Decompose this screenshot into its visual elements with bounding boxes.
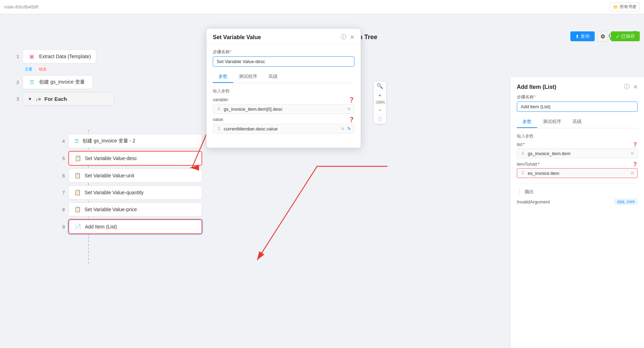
sub-label-4: 创建 gs_invoice 变量 - 2 bbox=[82, 138, 135, 144]
dialog-header-icons: ⓘ ✕ bbox=[341, 33, 354, 41]
section-input-params: 输入参数 bbox=[213, 88, 354, 94]
sub-clipboard-icon-5: 📋 bbox=[75, 155, 81, 161]
variable-param-value: gs_invoice_item.item[0].desc bbox=[224, 106, 345, 112]
item-param-label: itemToAdd:* ❓ bbox=[517, 162, 638, 167]
dialog-info-icon[interactable]: ⓘ bbox=[341, 33, 346, 41]
sub-num-4: 4 bbox=[56, 139, 65, 144]
sub-num-5: 5 bbox=[56, 156, 65, 161]
value-edit-icon[interactable]: ✎ bbox=[347, 126, 351, 132]
sub-num-9: 9 bbox=[56, 224, 65, 230]
foreach-container: 4 ☰ 创建 gs_invoice 变量 - 2 5 📋 Set Variabl… bbox=[56, 134, 247, 237]
wf-label-1: Extract Data (Template) bbox=[39, 54, 91, 59]
list-param-row: 4 gs_invoice_item.item ✕ bbox=[517, 148, 638, 158]
variable-help-icon[interactable]: ❓ bbox=[348, 97, 354, 103]
sub-num-7: 7 bbox=[56, 190, 65, 195]
wf-num-1: 1 bbox=[11, 54, 19, 59]
tab-advanced[interactable]: 高级 bbox=[263, 71, 283, 83]
zoom-info-right[interactable]: ⓘ bbox=[374, 115, 385, 124]
sub-card-6[interactable]: 📋 Set Variable Value-unit bbox=[68, 169, 202, 183]
sub-label-7: Set Variable Value-quantity bbox=[85, 190, 144, 195]
panel-title: Add Item (List) bbox=[517, 84, 556, 90]
sub-card-4[interactable]: ☰ 创建 gs_invoice 变量 - 2 bbox=[68, 134, 202, 148]
sub-item-5: 5 📋 Set Variable Value-desc bbox=[56, 151, 247, 166]
workflow-item-3: 3 ▼ ↓≡ For Each bbox=[11, 92, 123, 106]
zoom-plus-right[interactable]: + bbox=[374, 91, 385, 100]
chevron-down-icon: ▼ bbox=[28, 97, 32, 102]
value-clear-icon[interactable]: ✕ bbox=[341, 126, 345, 132]
list-label: list:* bbox=[517, 142, 525, 147]
dialog-close-icon[interactable]: ✕ bbox=[350, 34, 354, 41]
variable-clear-icon[interactable]: ✕ bbox=[347, 106, 351, 112]
step-name-input[interactable] bbox=[213, 56, 354, 67]
sub-card-5[interactable]: 📋 Set Variable Value-desc bbox=[68, 151, 202, 166]
panel-header: Add Item (List) ⓘ ✕ bbox=[517, 83, 638, 91]
variable-param-row: 4 gs_invoice_item.item[0].desc ✕ bbox=[213, 104, 354, 114]
sub-item-6: 6 📋 Set Variable Value-unit bbox=[56, 169, 247, 183]
list-param-value: gs_invoice_item.item bbox=[528, 151, 628, 156]
sub-num-8: 8 bbox=[56, 207, 65, 212]
topbar: node-/b0c/6b45bff 📁 所有书签 bbox=[0, 0, 644, 14]
topbar-left: node-/b0c/6b45bff bbox=[4, 5, 38, 10]
wf-label-2: 创建 gs_invoice 变量 bbox=[39, 79, 85, 85]
wf-num-2: 2 bbox=[11, 80, 19, 85]
sub-create-icon-4: ☰ bbox=[74, 138, 79, 144]
throw-badge: irpa_core bbox=[614, 199, 638, 205]
panel-section-title: 输入参数 bbox=[517, 133, 638, 139]
wf-card-2[interactable]: ☰ 创建 gs_invoice 变量 bbox=[23, 75, 93, 89]
value-label-row: value: ❓ bbox=[213, 117, 354, 122]
canvas-area: Invoice Extraction and Decision Tree 💬 ❓… bbox=[0, 14, 644, 348]
value-param-row: 3 currentMember.desc.value ✕ ✎ bbox=[213, 124, 354, 134]
list-help-icon[interactable]: ❓ bbox=[632, 142, 638, 147]
panel-tab-test[interactable]: 测试程序 bbox=[537, 116, 567, 128]
workflow-left: 1 ▣ Extract Data (Template) 主要 错误 2 ☰ 创建… bbox=[11, 49, 123, 109]
dialog-title: Set Variable Value bbox=[213, 34, 261, 41]
value-param-num: 3 bbox=[216, 126, 222, 131]
value-help-icon[interactable]: ❓ bbox=[348, 117, 354, 122]
tab-test[interactable]: 测试程序 bbox=[233, 71, 263, 83]
zoom-pct-right: -189% bbox=[374, 100, 386, 105]
panel-info-icon[interactable]: ⓘ bbox=[624, 83, 630, 91]
dialog-header: Set Variable Value ⓘ ✕ bbox=[206, 29, 361, 45]
value-param-value: currentMember.desc.value bbox=[224, 126, 339, 132]
bookshelf-button[interactable]: 📁 所有书签 bbox=[610, 2, 640, 11]
panel-tab-advanced[interactable]: 高级 bbox=[567, 116, 587, 128]
sub-clipboard-icon-6: 📋 bbox=[74, 172, 81, 179]
sub-clipboard-icon-7: 📋 bbox=[74, 189, 81, 196]
panel-icons: ⓘ ✕ bbox=[624, 83, 638, 91]
sub-label-5: Set Variable Value-desc bbox=[85, 155, 137, 161]
panel-close-icon[interactable]: ✕ bbox=[633, 84, 638, 90]
sub-card-7[interactable]: 📋 Set Variable Value-quantity bbox=[68, 185, 202, 200]
folder-icon: 📁 bbox=[613, 5, 618, 10]
check-icon: ✓ bbox=[616, 34, 620, 39]
variable-param-num: 4 bbox=[216, 106, 222, 111]
publish-button[interactable]: ⬆ 发布 bbox=[570, 31, 595, 41]
list-param-num: 4 bbox=[520, 151, 526, 156]
list-param-label: list:* ❓ bbox=[517, 142, 638, 147]
wf-foreach-card[interactable]: ▼ ↓≡ For Each bbox=[23, 92, 114, 106]
panel-tabs: 参数 测试程序 高级 bbox=[517, 116, 638, 128]
sub-card-8[interactable]: 📋 Set Variable Value-price bbox=[68, 202, 202, 216]
topbar-right: 📁 所有书签 bbox=[610, 2, 640, 11]
sub-item-9: 9 📄 Add Item (List) bbox=[56, 219, 247, 234]
sub-label-9: Add Item (List) bbox=[85, 224, 117, 230]
item-param-row: 2 es_invoice.item ✕ bbox=[517, 168, 638, 178]
sub-list-icon-9: 📄 bbox=[75, 224, 81, 230]
item-param-value: es_invoice.item bbox=[528, 171, 628, 176]
list-clear-icon[interactable]: ✕ bbox=[630, 151, 634, 156]
tab-params[interactable]: 参数 bbox=[213, 71, 233, 83]
workflow-item-1: 1 ▣ Extract Data (Template) bbox=[11, 49, 123, 63]
saved-button[interactable]: ✓ 已保存 bbox=[611, 31, 640, 41]
variable-label-row: variable: ❓ bbox=[213, 97, 354, 103]
item-help-icon[interactable]: ❓ bbox=[632, 162, 638, 167]
publish-label: 发布 bbox=[581, 33, 590, 39]
sub-card-9[interactable]: 📄 Add Item (List) bbox=[68, 219, 202, 234]
item-clear-icon[interactable]: ✕ bbox=[630, 170, 634, 176]
panel-tab-params[interactable]: 参数 bbox=[517, 116, 537, 128]
sub-num-6: 6 bbox=[56, 173, 65, 178]
zoom-in-right[interactable]: 🔍 bbox=[374, 81, 385, 91]
panel-step-input[interactable] bbox=[517, 102, 638, 112]
zoom-controls-right: 🔍 + -189% − ⓘ bbox=[373, 81, 386, 124]
settings-button[interactable]: ⚙ bbox=[597, 31, 608, 42]
wf-card-1[interactable]: ▣ Extract Data (Template) bbox=[23, 49, 96, 63]
zoom-minus-right[interactable]: − bbox=[374, 105, 385, 115]
